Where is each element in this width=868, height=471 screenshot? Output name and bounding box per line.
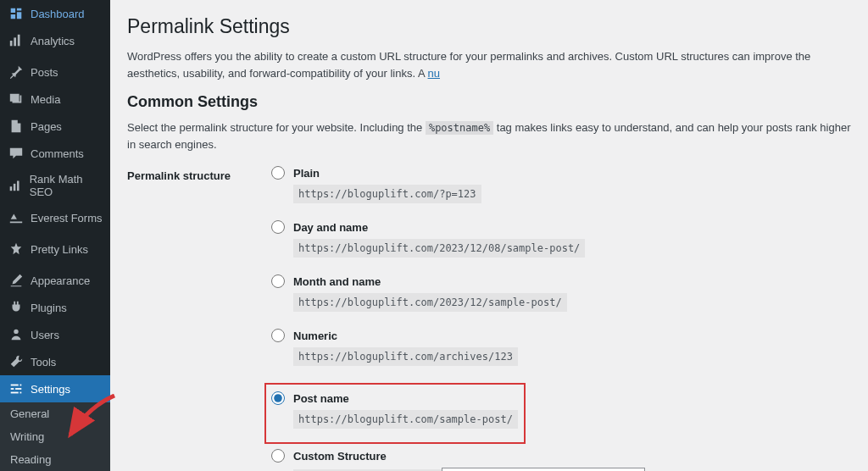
svg-rect-7 bbox=[11, 385, 19, 386]
pages-icon bbox=[8, 119, 24, 134]
sidebar-item-users[interactable]: Users bbox=[0, 321, 110, 348]
sidebar-label: Tools bbox=[31, 356, 56, 368]
main-content: Permalink Settings WordPress offers you … bbox=[110, 0, 868, 471]
svg-point-6 bbox=[14, 330, 18, 334]
sidebar-label: Comments bbox=[31, 147, 84, 160]
url-dayname: https://bloguplift.com/2023/12/08/sample… bbox=[293, 239, 585, 258]
sidebar-label: Media bbox=[31, 93, 60, 106]
tools-icon bbox=[8, 354, 24, 369]
plugin-icon bbox=[8, 300, 24, 315]
svg-rect-4 bbox=[14, 183, 16, 190]
label-custom[interactable]: Custom Structure bbox=[293, 450, 387, 463]
page-title: Permalink Settings bbox=[127, 15, 851, 38]
structure-label: Permalink structure bbox=[127, 166, 271, 471]
common-desc: Select the permalink structure for your … bbox=[127, 119, 851, 152]
svg-rect-3 bbox=[10, 186, 13, 191]
option-dayname: Day and name https://bloguplift.com/2023… bbox=[271, 220, 851, 268]
sidebar-item-analytics[interactable]: Analytics bbox=[0, 27, 110, 54]
url-plain: https://bloguplift.com/?p=123 bbox=[293, 185, 481, 203]
settings-submenu: General Writing Reading Discussion Media… bbox=[0, 402, 110, 471]
sidebar-item-prettylinks[interactable]: Pretty Links bbox=[0, 236, 110, 263]
sidebar-label: Everest Forms bbox=[31, 212, 103, 224]
radio-plain[interactable] bbox=[271, 166, 285, 180]
label-monthname[interactable]: Month and name bbox=[293, 275, 381, 288]
svg-rect-8 bbox=[20, 385, 22, 386]
chart-icon bbox=[8, 178, 23, 193]
sub-item-general[interactable]: General bbox=[0, 402, 110, 425]
pin-icon bbox=[8, 64, 24, 80]
sidebar-item-rankmath[interactable]: Rank Math SEO bbox=[0, 167, 110, 204]
custom-structure-input[interactable] bbox=[442, 468, 645, 471]
svg-rect-12 bbox=[20, 392, 22, 394]
url-monthname: https://bloguplift.com/2023/12/sample-po… bbox=[293, 293, 567, 312]
media-icon bbox=[8, 91, 24, 107]
radio-dayname[interactable] bbox=[271, 220, 285, 234]
sidebar-item-settings[interactable]: Settings bbox=[0, 375, 110, 402]
intro-link[interactable]: nu bbox=[428, 67, 440, 80]
sidebar-label: Pretty Links bbox=[31, 243, 88, 256]
postname-tag: %postname% bbox=[426, 121, 493, 135]
svg-rect-5 bbox=[17, 180, 19, 191]
sidebar-item-pages[interactable]: Pages bbox=[0, 113, 110, 140]
sidebar-label: Plugins bbox=[31, 302, 67, 314]
sidebar-label: Users bbox=[31, 329, 59, 341]
star-icon bbox=[8, 241, 24, 257]
svg-rect-10 bbox=[15, 388, 21, 390]
comments-icon bbox=[8, 146, 24, 161]
option-custom: Custom Structure https://bloguplift.com … bbox=[271, 449, 851, 471]
radio-custom[interactable] bbox=[271, 449, 285, 463]
sidebar-label: Posts bbox=[31, 66, 58, 79]
sidebar-label: Appearance bbox=[31, 274, 90, 287]
sidebar-label: Analytics bbox=[31, 35, 75, 47]
sidebar-item-everestforms[interactable]: Everest Forms bbox=[0, 204, 110, 231]
analytics-icon bbox=[8, 33, 24, 48]
intro-text: WordPress offers you the ability to crea… bbox=[127, 48, 851, 81]
label-postname[interactable]: Post name bbox=[293, 392, 349, 405]
sidebar-label: Dashboard bbox=[31, 8, 85, 20]
sidebar-item-tools[interactable]: Tools bbox=[0, 348, 110, 375]
sub-item-writing[interactable]: Writing bbox=[0, 425, 110, 448]
sub-item-reading[interactable]: Reading bbox=[0, 448, 110, 471]
brush-icon bbox=[8, 273, 24, 288]
option-numeric: Numeric https://bloguplift.com/archives/… bbox=[271, 329, 851, 376]
svg-rect-11 bbox=[11, 392, 19, 394]
url-numeric: https://bloguplift.com/archives/123 bbox=[293, 347, 518, 366]
dashboard-icon bbox=[8, 6, 24, 21]
svg-rect-1 bbox=[14, 37, 16, 46]
sidebar-label: Rank Math SEO bbox=[30, 173, 103, 198]
svg-rect-2 bbox=[18, 35, 20, 47]
sidebar-label: Settings bbox=[31, 383, 70, 396]
label-dayname[interactable]: Day and name bbox=[293, 221, 368, 234]
settings-icon bbox=[8, 381, 24, 396]
option-postname: Post name https://bloguplift.com/sample-… bbox=[271, 391, 519, 432]
common-settings-heading: Common Settings bbox=[127, 93, 851, 111]
sidebar-item-dashboard[interactable]: Dashboard bbox=[0, 0, 110, 27]
sidebar-item-posts[interactable]: Posts bbox=[0, 58, 110, 86]
sidebar-item-appearance[interactable]: Appearance bbox=[0, 267, 110, 294]
option-plain: Plain https://bloguplift.com/?p=123 bbox=[271, 166, 851, 213]
sidebar-item-plugins[interactable]: Plugins bbox=[0, 294, 110, 321]
admin-sidebar: Dashboard Analytics Posts Media Pages Co… bbox=[0, 0, 110, 471]
label-numeric[interactable]: Numeric bbox=[293, 330, 337, 342]
svg-rect-9 bbox=[11, 388, 14, 390]
highlight-postname: Post name https://bloguplift.com/sample-… bbox=[264, 383, 526, 444]
sidebar-item-media[interactable]: Media bbox=[0, 86, 110, 113]
sidebar-label: Pages bbox=[31, 120, 62, 133]
sidebar-item-comments[interactable]: Comments bbox=[0, 140, 110, 167]
svg-rect-0 bbox=[10, 41, 13, 46]
radio-numeric[interactable] bbox=[271, 329, 285, 342]
radio-monthname[interactable] bbox=[271, 274, 285, 288]
option-monthname: Month and name https://bloguplift.com/20… bbox=[271, 274, 851, 322]
users-icon bbox=[8, 327, 24, 342]
forms-icon bbox=[8, 210, 24, 225]
label-plain[interactable]: Plain bbox=[293, 167, 320, 180]
url-postname: https://bloguplift.com/sample-post/ bbox=[293, 410, 518, 429]
radio-postname[interactable] bbox=[271, 391, 285, 405]
